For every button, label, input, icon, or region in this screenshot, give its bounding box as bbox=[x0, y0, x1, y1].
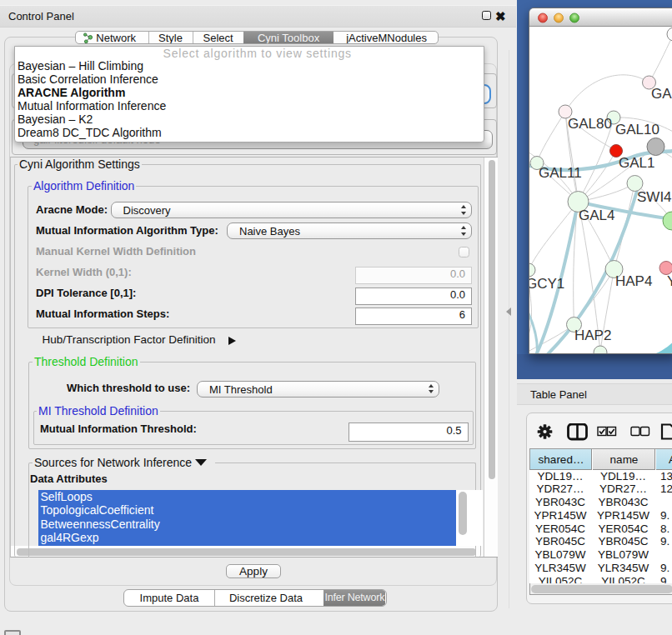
svg-text:GAL10: GAL10 bbox=[615, 122, 659, 138]
svg-text:HAP2: HAP2 bbox=[574, 328, 611, 343]
svg-text:Y: Y bbox=[667, 273, 672, 289]
svg-text:GAL1: GAL1 bbox=[619, 155, 654, 171]
svg-text:GCY1: GCY1 bbox=[529, 276, 564, 292]
svg-text:GAL7: GAL7 bbox=[651, 86, 672, 102]
svg-text:SWI4: SWI4 bbox=[637, 189, 672, 205]
svg-text:GAL80: GAL80 bbox=[568, 116, 612, 132]
svg-text:HAP4: HAP4 bbox=[615, 273, 652, 289]
svg-text:GAL4: GAL4 bbox=[579, 208, 614, 223]
svg-text:GAL11: GAL11 bbox=[539, 165, 582, 181]
